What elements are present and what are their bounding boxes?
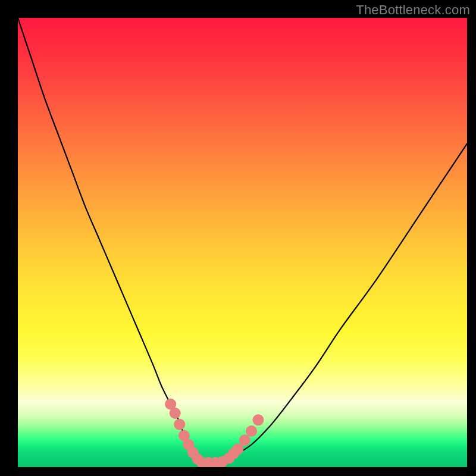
watermark-label: TheBottleneck.com <box>356 2 470 18</box>
chart-stage: TheBottleneck.com <box>0 0 476 476</box>
plot-frame <box>18 18 467 467</box>
gradient-background <box>18 18 467 467</box>
